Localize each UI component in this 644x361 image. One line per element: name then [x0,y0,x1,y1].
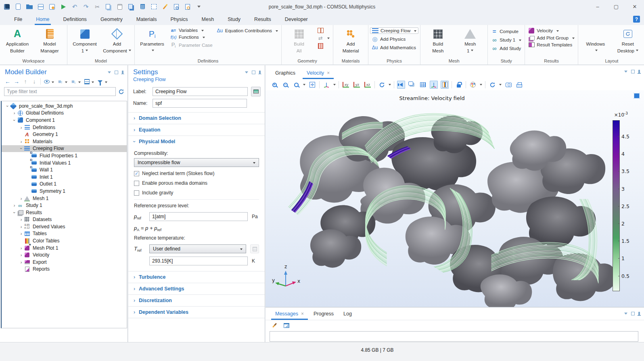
forward-arrow-icon[interactable]: → [13,78,20,85]
tree-item-creeping-flow[interactable]: ›Creeping Flow [2,145,127,152]
graphics-tab-velocity[interactable]: Velocity× [302,70,335,79]
menu-tab-physics[interactable]: Physics [163,13,194,25]
doc-find-icon[interactable] [173,3,180,10]
scene-update-icon[interactable] [488,81,496,89]
orientation-axes-icon[interactable] [430,81,438,89]
messages-tab-messages[interactable]: Messages× [270,311,309,320]
tree-chevron-icon[interactable]: › [19,252,24,257]
ribbon-button-add-mathematics[interactable]: ΔuAdd Mathematics [370,44,418,51]
tree-chevron-icon[interactable]: › [19,125,24,130]
ref-pressure-input[interactable] [149,212,248,221]
tree-item-global-definitions[interactable]: ›Global Definitions [2,110,127,117]
tree-chevron-icon[interactable]: › [19,217,24,222]
tree-item-mesh-plot-1[interactable]: ›Mesh Plot 1 [2,244,127,252]
ref-temperature-select[interactable]: User defined [149,244,246,253]
tree-item-outlet-1[interactable]: Outlet 1 [2,181,127,188]
tree-item-fluid-properties-1[interactable]: Fluid Properties 1 [2,152,127,159]
tree-item-datasets[interactable]: ›Datasets [2,216,127,223]
close-button[interactable]: ✕ [625,0,644,13]
section-header-physical-model[interactable]: › Physical Model [128,136,265,147]
section-header-dependent-variables[interactable]: ›Dependent Variables [128,307,265,318]
duplicate-icon[interactable] [128,3,135,10]
tree-chevron-icon[interactable]: › [12,117,17,123]
ribbon-button-compute[interactable]: =Compute [489,27,523,35]
menu-tab-geometry[interactable]: Geometry [94,13,130,25]
pin-panel-icon[interactable] [259,71,261,74]
clear-messages-icon[interactable] [270,321,278,330]
view-yz-icon[interactable]: yz [353,81,361,89]
tree-item-geometry-1[interactable]: AGeometry 1 [2,131,127,138]
tree-item-derived-values[interactable]: ›8.85e-12Derived Values [2,223,127,230]
section-header-turbulence[interactable]: ›Turbulence [128,271,265,283]
color-legend-icon[interactable] [441,81,449,89]
tree-chevron-icon[interactable]: › [19,139,24,144]
refresh-icon[interactable] [118,89,124,95]
menu-tab-materials[interactable]: Materials [130,13,164,25]
rename-button[interactable] [251,87,261,96]
tree-item-definitions[interactable]: ›Definitions [2,124,127,131]
collapse-all-icon[interactable]: ≡↑ [56,78,64,85]
save-icon[interactable] [37,3,44,10]
save-find-icon[interactable] [48,3,56,10]
tree-chevron-icon[interactable]: › [19,260,24,265]
transparency-icon[interactable] [408,81,416,89]
go-to-source-icon[interactable] [250,244,259,253]
ribbon-button-model-manager[interactable]: ModelManager [34,26,65,54]
messages-tab-log[interactable]: Log [339,311,357,320]
sweep-icon[interactable] [161,3,169,10]
select-box-icon[interactable] [150,3,157,10]
temperature-input[interactable] [149,257,248,265]
copy-icon[interactable] [105,3,112,10]
sound-icon[interactable] [397,81,405,89]
expand-all-icon[interactable]: ≡↓ [70,78,77,85]
view-xy-icon[interactable]: xy [342,81,350,89]
panel-menu-icon[interactable] [624,71,627,74]
ribbon-button-reset-desktop[interactable]: ResetDesktop [612,26,644,54]
float-panel-icon[interactable] [631,70,635,73]
view-lock-icon[interactable] [455,81,463,89]
plot-settings-icon[interactable] [634,93,640,99]
section-header-advanced-settings[interactable]: ›Advanced Settings [128,283,265,294]
ribbon-button-result-templates[interactable]: Result Templates [527,42,576,48]
more-chevron-icon[interactable] [195,3,203,10]
tree-item-wall-1[interactable]: Wall 1 [2,166,127,173]
tree-item-tables[interactable]: ›Tables [2,230,127,238]
paste-icon[interactable] [116,3,123,10]
ribbon-button-mesh-1[interactable]: Mesh1 [454,26,486,54]
tree-item-color-tables[interactable]: Color Tables [2,237,127,244]
view-xz-icon[interactable]: xz [364,81,372,89]
ribbon-button-study-1[interactable]: ∞Study 1 [489,36,523,44]
undo-icon[interactable]: ↶ [71,3,78,10]
panel-menu-icon[interactable] [108,71,111,75]
tree-chevron-icon[interactable]: › [19,224,24,229]
zoom-extents-icon[interactable]: ✛ [308,81,316,89]
tree-item-results[interactable]: ›Results [2,209,127,216]
run-icon[interactable] [60,3,67,10]
menu-tab-definitions[interactable]: Definitions [56,13,94,25]
menu-tab-developer[interactable]: Developer [278,13,315,25]
ribbon-button-variables[interactable]: a=Variables [169,27,214,33]
compressibility-select[interactable]: Incompressible flow [134,158,259,167]
ribbon-button-add-component[interactable]: AddComponent [101,26,133,54]
ribbon-button-add-material[interactable]: AddMaterial [335,26,366,54]
ribbon-button-functions[interactable]: f(x)Functions [169,34,214,40]
tree-item-symmetry-1[interactable]: Symmetry 1 [2,188,127,195]
ribbon-button-velocity[interactable]: Velocity [527,27,576,34]
doc-find2-icon[interactable] [184,3,191,10]
delete-icon[interactable] [139,3,146,10]
filter-input[interactable] [4,87,116,96]
tree-item-velocity[interactable]: ›Velocity [2,251,127,259]
graphics-view[interactable]: Streamline: Velocity field ×10-3 4.543.5… [266,90,644,307]
tree-item-reports[interactable]: Reports [2,266,127,273]
filter-funnel-icon[interactable] [96,78,104,85]
checkbox-neglect-inertial-term-stokes-flow[interactable]: ✓ [134,171,139,176]
panel-menu-icon[interactable] [624,313,627,316]
messages-output-field[interactable] [270,331,638,342]
app-logo-icon[interactable] [3,3,10,10]
label-input[interactable] [153,87,248,96]
ribbon-button-windows[interactable]: Windows [580,26,611,52]
ribbon-button-parameters[interactable]: PiParameters [136,26,168,52]
tree-item-materials[interactable]: ›Materials [2,138,127,145]
redo-icon[interactable]: ↷ [82,3,90,10]
float-panel-icon[interactable] [252,71,255,74]
